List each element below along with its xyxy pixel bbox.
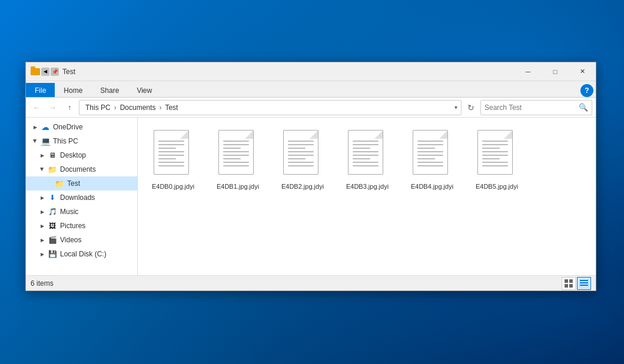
file-icon-container-1 — [215, 127, 260, 180]
sidebar: ▶ ☁ OneDrive ▶ 💻 This PC ▶ 🖥 Desktop ▶ 📁… — [26, 118, 138, 275]
file-name-3: E4DB3.jpg.jdyi — [346, 182, 389, 191]
doc-fold-inner-4 — [439, 131, 447, 139]
doc-line — [417, 155, 443, 156]
file-item-1[interactable]: E4DB1.jpg.jdyi — [208, 123, 267, 194]
file-item-3[interactable]: E4DB3.jpg.jdyi — [338, 123, 397, 194]
doc-lines-1 — [223, 141, 249, 166]
svg-rect-1 — [569, 279, 573, 283]
search-input[interactable] — [484, 103, 579, 112]
path-segment-test[interactable]: Test — [162, 102, 180, 113]
ribbon-right: ? — [580, 84, 596, 97]
doc-line — [158, 151, 184, 152]
downloads-icon: ⬇ — [47, 192, 58, 203]
close-button[interactable]: ✕ — [569, 62, 596, 81]
thispc-expand-arrow: ▶ — [31, 136, 40, 146]
doc-line — [158, 162, 184, 163]
doc-line — [288, 165, 314, 166]
sidebar-item-documents[interactable]: ▶ 📁 Documents — [26, 162, 137, 176]
onedrive-expand-arrow: ▶ — [31, 122, 40, 132]
doc-lines-2 — [288, 141, 314, 166]
sidebar-item-localdisk[interactable]: ▶ 💾 Local Disk (C:) — [26, 247, 137, 261]
sidebar-item-desktop[interactable]: ▶ 🖥 Desktop — [26, 148, 137, 162]
status-item-count: 6 items — [31, 279, 562, 288]
doc-line — [353, 148, 370, 149]
forward-button[interactable]: → — [46, 101, 60, 115]
onedrive-label: OneDrive — [53, 123, 83, 131]
back-button[interactable]: ← — [29, 101, 44, 115]
refresh-button[interactable]: ↻ — [464, 101, 478, 115]
path-segment-documents[interactable]: Documents — [118, 102, 158, 113]
doc-line — [158, 165, 184, 166]
doc-line — [353, 155, 379, 156]
thispc-icon: 💻 — [40, 136, 51, 146]
sidebar-item-downloads[interactable]: ▶ ⬇ Downloads — [26, 191, 137, 205]
explorer-window: ◀ 📌 Test ─ □ ✕ File Home Share View ? ← … — [25, 62, 596, 291]
view-tiles-button[interactable] — [562, 277, 576, 290]
test-label: Test — [67, 179, 80, 188]
address-path[interactable]: This PC › Documents › Test ▾ — [79, 100, 462, 115]
doc-line — [353, 162, 379, 163]
doc-icon-2 — [283, 130, 322, 177]
music-label: Music — [60, 208, 78, 216]
doc-line — [482, 155, 508, 156]
file-icon-container-5 — [474, 127, 519, 180]
path-segment-thispc[interactable]: This PC — [83, 102, 113, 113]
sidebar-item-pictures[interactable]: ▶ 🖼 Pictures — [26, 219, 137, 233]
svg-rect-5 — [580, 282, 588, 283]
file-item-0[interactable]: E4DB0.jpg.jdyi — [144, 123, 203, 194]
doc-line — [223, 144, 249, 145]
doc-line — [417, 151, 443, 152]
doc-line — [353, 144, 379, 145]
doc-line — [223, 155, 249, 156]
back-arrow-icon: ◀ — [41, 68, 49, 76]
maximize-button[interactable]: □ — [542, 62, 569, 81]
file-name-2: E4DB2.jpg.jdyi — [281, 182, 324, 191]
downloads-expand-arrow: ▶ — [38, 193, 47, 202]
file-grid: E4DB0.jpg.jdyi — [138, 118, 596, 275]
doc-line — [288, 162, 314, 163]
localdisk-label: Local Disk (C:) — [60, 250, 107, 258]
tab-share[interactable]: Share — [91, 83, 128, 97]
up-button[interactable]: ↑ — [62, 101, 77, 115]
doc-line — [288, 158, 306, 159]
file-item-5[interactable]: E4DB5.jpg.jdyi — [467, 123, 526, 194]
pictures-icon: 🖼 — [47, 221, 58, 231]
file-name-1: E4DB1.jpg.jdyi — [217, 182, 259, 191]
doc-line — [353, 158, 370, 159]
svg-rect-0 — [565, 279, 568, 283]
doc-line — [223, 158, 241, 159]
doc-line — [223, 141, 249, 142]
view-details-button[interactable] — [577, 277, 591, 290]
doc-line — [288, 151, 314, 152]
doc-fold-inner-3 — [374, 131, 383, 139]
sidebar-item-videos[interactable]: ▶ 🎬 Videos — [26, 233, 137, 247]
file-name-0: E4DB0.jpg.jdyi — [152, 182, 194, 191]
doc-line — [158, 155, 184, 156]
sidebar-item-thispc[interactable]: ▶ 💻 This PC — [26, 134, 137, 148]
sidebar-item-music[interactable]: ▶ 🎵 Music — [26, 205, 137, 219]
file-item-4[interactable]: E4DB4.jpg.jdyi — [403, 123, 462, 194]
help-button[interactable]: ? — [580, 84, 593, 97]
sidebar-item-test[interactable]: ▶ 📁 Test — [26, 176, 137, 191]
file-item-2[interactable]: E4DB2.jpg.jdyi — [273, 123, 332, 194]
doc-line — [417, 162, 443, 163]
doc-lines-5 — [482, 141, 508, 166]
doc-fold-inner-1 — [245, 131, 253, 139]
minimize-button[interactable]: ─ — [515, 62, 542, 81]
titlebar-icons: ◀ 📌 — [31, 68, 59, 76]
search-box[interactable]: 🔍 — [480, 100, 592, 115]
sidebar-item-onedrive[interactable]: ▶ ☁ OneDrive — [26, 120, 137, 134]
ribbon-tabs: File Home Share View ? — [26, 81, 596, 98]
doc-line — [158, 148, 176, 149]
tab-file[interactable]: File — [26, 83, 55, 97]
file-icon-container-0 — [151, 127, 195, 180]
tab-view[interactable]: View — [128, 83, 161, 97]
file-icon-container-4 — [410, 127, 454, 180]
videos-expand-arrow: ▶ — [38, 235, 47, 245]
doc-icon-1 — [218, 130, 257, 177]
doc-line — [288, 155, 314, 156]
tab-home[interactable]: Home — [55, 83, 91, 97]
doc-line — [158, 144, 184, 145]
search-icon[interactable]: 🔍 — [579, 103, 588, 112]
videos-label: Videos — [60, 236, 81, 244]
